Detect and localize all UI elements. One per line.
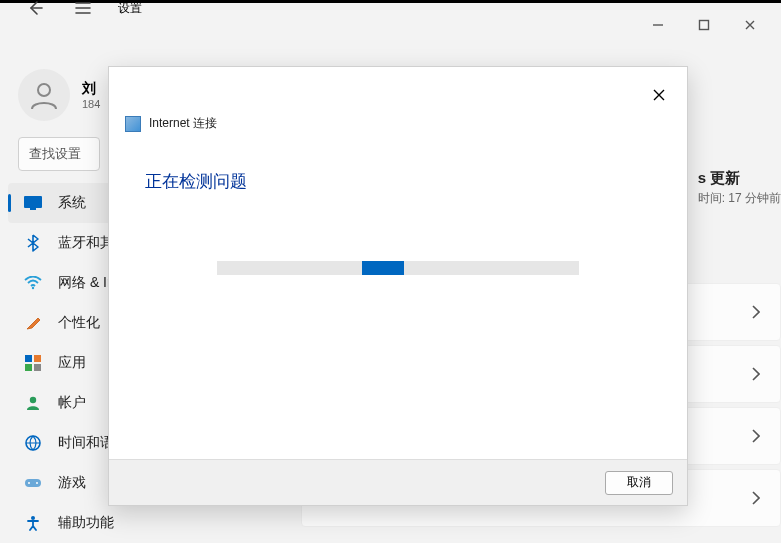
cancel-button[interactable]: 取消 — [605, 471, 673, 495]
dialog-backdrop: Internet 连接 正在检测问题 取消 — [0, 0, 781, 543]
dialog-footer: 取消 — [109, 459, 687, 505]
dialog-message: 正在检测问题 — [145, 170, 687, 193]
troubleshooter-dialog: Internet 连接 正在检测问题 取消 — [108, 66, 688, 506]
dialog-app-icon — [125, 116, 141, 132]
progress-bar-track — [217, 261, 579, 275]
dialog-title: Internet 连接 — [149, 115, 217, 132]
progress-bar-fill — [362, 261, 404, 275]
dialog-close-button[interactable] — [649, 85, 669, 105]
